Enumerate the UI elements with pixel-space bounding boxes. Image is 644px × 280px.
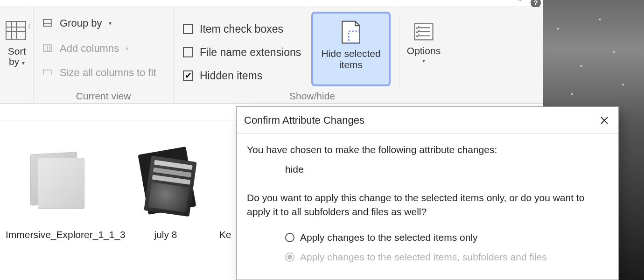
- checkbox-label: File name extensions: [200, 46, 301, 59]
- options-label: Options: [407, 45, 441, 56]
- ribbon-view-tab: ↕ Sort by ▾ Group by ▾ Add columns ▾ Siz…: [0, 7, 543, 104]
- folder-item[interactable]: july 8: [114, 145, 217, 240]
- checkbox-hidden-items[interactable]: Hidden items: [183, 64, 301, 87]
- folder-icon: [22, 145, 92, 215]
- radio-apply-selected-only[interactable]: Apply changes to the selected items only: [285, 232, 608, 243]
- page-hide-icon: [338, 19, 364, 45]
- ribbon-group-current-view: Group by ▾ Add columns ▾ Size all column…: [34, 7, 174, 104]
- dialog-title: Confirm Attribute Changes: [244, 114, 364, 126]
- size-columns-icon: [43, 70, 52, 70]
- folder-name: Immersive_Explorer_1_1_3: [6, 229, 108, 240]
- confirm-attribute-changes-dialog: Confirm Attribute Changes You have chose…: [236, 106, 619, 280]
- dialog-close-button[interactable]: [595, 111, 614, 130]
- folder-name: july 8: [114, 229, 217, 240]
- folder-preview-icon: [131, 145, 201, 215]
- radio-icon: [285, 233, 294, 242]
- group-by-label: Group by: [60, 17, 102, 29]
- ribbon-group-label-show-hide: Show/hide: [174, 91, 451, 102]
- window-titlebar: ˄ ?: [0, 0, 543, 7]
- checkbox-file-name-extensions[interactable]: File name extensions: [183, 41, 301, 64]
- hide-selected-items-button[interactable]: Hide selected items: [311, 12, 391, 86]
- ribbon-sortby-section: ↕ Sort by ▾: [0, 7, 34, 104]
- ribbon-group-show-hide: Item check boxes File name extensions Hi…: [174, 7, 451, 104]
- options-button[interactable]: Options ▾: [399, 13, 448, 87]
- checkbox-icon: [183, 47, 193, 57]
- radio-selected-icon: [285, 252, 294, 262]
- hide-selected-label: Hide selected items: [313, 48, 389, 70]
- add-columns-button[interactable]: Add columns ▾: [43, 42, 128, 55]
- dialog-attribute-value: hide: [285, 164, 608, 175]
- ribbon-group-label-current-view: Current view: [34, 91, 173, 102]
- size-columns-button[interactable]: Size all columns to fit: [43, 67, 156, 79]
- sort-by-button[interactable]: ↕ Sort by ▾: [3, 21, 31, 91]
- radio-label: Apply changes to the selected items, sub…: [300, 252, 547, 263]
- radio-apply-recursive[interactable]: Apply changes to the selected items, sub…: [285, 252, 608, 263]
- close-icon: [600, 116, 609, 125]
- options-icon: [412, 21, 436, 42]
- add-columns-label: Add columns: [60, 42, 119, 55]
- checkbox-label: Item check boxes: [200, 23, 283, 35]
- radio-label: Apply changes to the selected items only: [300, 232, 478, 243]
- group-by-button[interactable]: Group by ▾: [43, 17, 112, 29]
- sort-icon: [6, 21, 26, 40]
- group-by-icon: [43, 19, 52, 27]
- checkbox-icon: [183, 24, 193, 34]
- dialog-intro-text: You have chosen to make the following at…: [247, 144, 608, 155]
- size-columns-label: Size all columns to fit: [60, 67, 156, 79]
- checkbox-checked-icon: [183, 70, 193, 81]
- checkbox-label: Hidden items: [200, 70, 262, 82]
- checkbox-item-check-boxes[interactable]: Item check boxes: [183, 17, 301, 41]
- folder-item[interactable]: Immersive_Explorer_1_1_3: [6, 145, 108, 240]
- dialog-question-text: Do you want to apply this change to the …: [247, 191, 608, 219]
- add-columns-icon: [43, 44, 52, 52]
